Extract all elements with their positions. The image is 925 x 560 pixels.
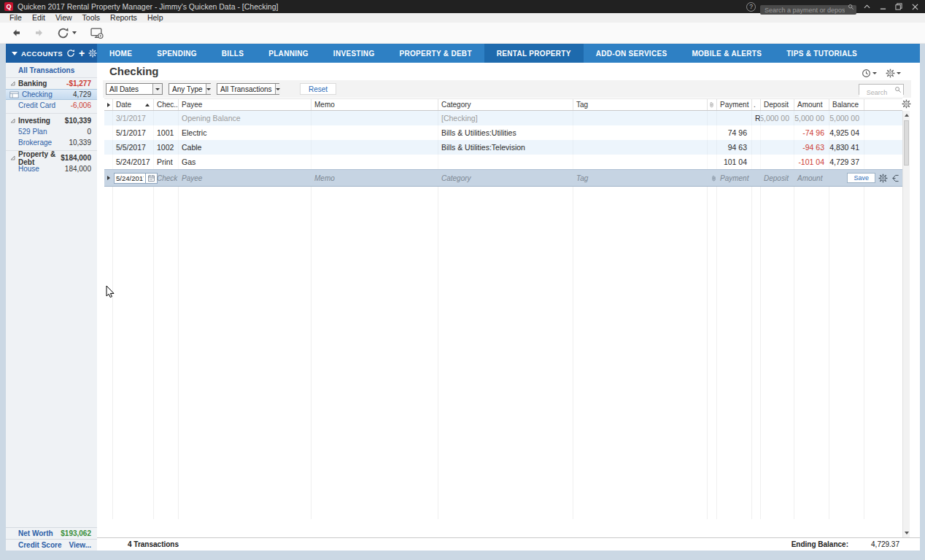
search-icon xyxy=(894,86,902,93)
toolbar xyxy=(0,23,925,44)
gear-icon[interactable] xyxy=(878,174,888,183)
transactions-dropdown[interactable]: All Transactions xyxy=(217,83,279,95)
column-header-check[interactable]: Chec... xyxy=(154,99,179,110)
menu-file[interactable]: File xyxy=(4,13,27,23)
ending-balance-label: Ending Balance: xyxy=(792,540,848,548)
accounts-sidebar: All Transactions Banking -$1,277 Checkin… xyxy=(6,63,97,551)
group-value: $10,339 xyxy=(65,117,91,125)
tab-spending[interactable]: SPENDING xyxy=(144,44,209,63)
register-icon xyxy=(9,91,19,98)
accounts-refresh-icon[interactable] xyxy=(66,49,75,58)
column-header-amount[interactable]: Amount xyxy=(794,99,829,110)
menu-reports[interactable]: Reports xyxy=(105,13,142,23)
register-settings-button[interactable] xyxy=(886,69,901,78)
tab-planning[interactable]: PLANNING xyxy=(256,44,321,63)
column-settings-gear-icon[interactable] xyxy=(902,99,911,109)
search-icon xyxy=(848,4,854,10)
save-button[interactable]: Save xyxy=(847,173,875,183)
history-menu-button[interactable] xyxy=(862,69,877,78)
maximize-button[interactable] xyxy=(893,2,905,12)
accounts-collapse-icon[interactable] xyxy=(12,52,18,55)
net-worth-row: Net Worth $193,062 xyxy=(6,527,97,539)
column-header-clr[interactable]: . xyxy=(752,99,761,110)
category-field[interactable]: Category xyxy=(441,174,471,182)
vertical-scrollbar[interactable] xyxy=(902,111,910,537)
tab-rental-property[interactable]: RENTAL PROPERTY xyxy=(484,44,584,63)
table-row[interactable]: 5/1/2017 1001 Electric Bills & Utilities… xyxy=(104,125,902,140)
table-row[interactable]: 5/5/2017 1002 Cable Bills & Utilities:Te… xyxy=(104,140,902,155)
close-button[interactable] xyxy=(909,2,921,12)
one-step-update-button[interactable] xyxy=(57,27,69,39)
column-header-deposit[interactable]: Deposit xyxy=(761,99,794,110)
date-input[interactable] xyxy=(114,173,146,184)
type-value: Any Type xyxy=(169,84,206,94)
filter-bar: All Dates Any Type All Transactions Rese… xyxy=(103,80,911,98)
add-account-button[interactable]: + xyxy=(79,49,85,58)
table-row[interactable]: 3/1/2017 Opening Balance [Checking] R 5,… xyxy=(104,111,902,125)
page-title: Checking xyxy=(109,65,159,77)
memo-field[interactable]: Memo xyxy=(314,174,335,182)
scroll-down-arrow[interactable] xyxy=(903,529,910,537)
date-range-dropdown[interactable]: All Dates xyxy=(106,83,163,95)
sidebar-item-credit-card[interactable]: Credit Card -6,006 xyxy=(6,100,97,111)
accounts-settings-icon[interactable] xyxy=(88,49,97,58)
collapse-button[interactable] xyxy=(861,2,872,12)
scroll-up-arrow[interactable] xyxy=(903,111,910,120)
sidebar-item-brokerage[interactable]: Brokerage 10,339 xyxy=(6,137,97,148)
tab-mobile-alerts[interactable]: MOBILE & ALERTS xyxy=(679,44,774,63)
check-number-field[interactable]: Check # xyxy=(157,174,179,182)
global-search-input[interactable] xyxy=(760,5,856,15)
column-header-payee[interactable]: Payee xyxy=(179,99,311,110)
title-bar: Q Quicken 2017 Rental Property Manager -… xyxy=(0,0,925,13)
menu-help[interactable]: Help xyxy=(142,13,169,23)
column-header-payment[interactable]: Payment xyxy=(717,99,752,110)
forward-button[interactable] xyxy=(34,27,45,39)
scrollbar-thumb[interactable] xyxy=(904,120,909,166)
net-worth-value: $193,062 xyxy=(61,529,91,537)
help-icon[interactable]: ? xyxy=(746,2,756,12)
column-header-memo[interactable]: Memo xyxy=(311,99,438,110)
column-header-balance[interactable]: Balance xyxy=(829,99,864,110)
register-page: Checking All Dates Any Type xyxy=(97,63,920,551)
sidebar-item-checking[interactable]: Checking 4,729 xyxy=(6,89,97,100)
credit-score-view-link[interactable]: View... xyxy=(69,541,91,549)
sidebar-item-529-plan[interactable]: 529 Plan 0 xyxy=(6,126,97,137)
type-dropdown[interactable]: Any Type xyxy=(169,83,211,95)
amount-field[interactable]: Amount xyxy=(797,174,822,182)
column-header-attachment[interactable] xyxy=(708,99,717,110)
update-dropdown-caret[interactable] xyxy=(72,31,77,34)
paperclip-icon[interactable] xyxy=(711,174,717,182)
tab-add-on-services[interactable]: ADD-ON SERVICES xyxy=(584,44,680,63)
payee-field[interactable]: Payee xyxy=(182,174,202,182)
column-header-tag[interactable]: Tag xyxy=(573,99,708,110)
payment-field[interactable]: Payment xyxy=(720,174,748,182)
update-settings-icon[interactable] xyxy=(90,27,104,39)
reset-button[interactable]: Reset xyxy=(300,83,336,95)
sidebar-group-property-debt[interactable]: Property & Debt $184,000 xyxy=(6,152,97,163)
tab-bills[interactable]: BILLS xyxy=(209,44,256,63)
tab-property-debt[interactable]: PROPERTY & DEBT xyxy=(387,44,484,63)
split-icon[interactable] xyxy=(891,174,900,183)
table-row[interactable]: 5/24/2017 Print Gas 101 04 -101 04 4,729 xyxy=(104,155,902,169)
back-button[interactable] xyxy=(10,27,22,39)
row-selector-header[interactable] xyxy=(104,99,113,110)
sidebar-group-investing[interactable]: Investing $10,339 xyxy=(6,115,97,126)
menu-edit[interactable]: Edit xyxy=(27,13,50,23)
deposit-field[interactable]: Deposit xyxy=(764,174,789,182)
minimize-button[interactable] xyxy=(877,2,889,12)
new-transaction-row[interactable]: Check # Payee Memo Category Tag Payment … xyxy=(104,169,902,187)
menu-tools[interactable]: Tools xyxy=(77,13,106,23)
tag-field[interactable]: Tag xyxy=(576,174,588,182)
menu-view[interactable]: View xyxy=(50,13,77,23)
column-header-category[interactable]: Category xyxy=(438,99,573,110)
account-label: Credit Card xyxy=(18,101,55,109)
group-value: $184,000 xyxy=(61,154,91,162)
nav-row: ACCOUNTS + HOME SPENDING BILLS PLANNING … xyxy=(6,44,920,63)
sidebar-group-banking[interactable]: Banking -$1,277 xyxy=(6,78,97,89)
tab-tips-tutorials[interactable]: TIPS & TUTORIALS xyxy=(774,44,870,63)
column-header-date[interactable]: Date xyxy=(113,99,154,110)
chevron-down-icon xyxy=(275,84,280,94)
sidebar-item-all-transactions[interactable]: All Transactions xyxy=(6,63,97,77)
tab-home[interactable]: HOME xyxy=(97,44,144,63)
tab-investing[interactable]: INVESTING xyxy=(321,44,387,63)
